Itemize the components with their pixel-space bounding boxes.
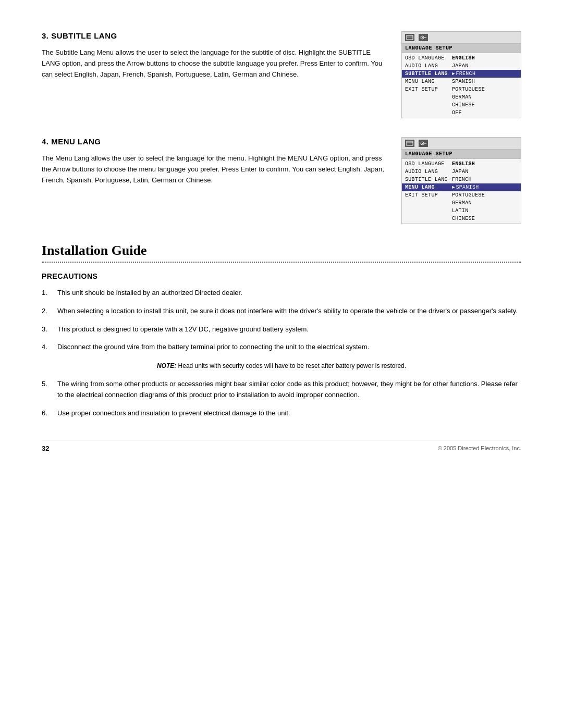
menu-row-exit-2: EXIT SETUP PORTUGUESE [402, 191, 521, 199]
subtitle-lang-menu-box: LANGUAGE SETUP OSD LANGUAGE ENGLISH AUDI… [401, 31, 521, 118]
menu-box-header-1 [402, 32, 521, 44]
menu-icon-4 [419, 140, 428, 147]
precaution-item-1: 1. This unit should be installed by an a… [42, 288, 521, 299]
menu-lang-menu-title: LANGUAGE SETUP [402, 150, 521, 159]
precaution-item-3: 3. This product is designed to operate w… [42, 324, 521, 335]
precaution-text-2: When selecting a location to install thi… [57, 306, 518, 317]
precaution-text-1: This unit should be installed by an auth… [57, 288, 242, 299]
svg-rect-0 [407, 35, 413, 40]
precaution-text-4: Disconnect the ground wire from the batt… [57, 342, 369, 353]
footer-copyright: © 2005 Directed Electronics, Inc. [438, 445, 521, 451]
menu-icon-3 [405, 140, 414, 147]
precaution-item-4: 4. Disconnect the ground wire from the b… [42, 342, 521, 353]
installation-title: Installation Guide [42, 243, 521, 263]
menu-row-chinese-1: CHINESE [402, 101, 521, 109]
subtitle-lang-section: 3. SUBTITLE LANG The Subtitle Lang Menu … [42, 31, 521, 118]
subtitle-lang-menu-body: OSD LANGUAGE ENGLISH AUDIO LANG JAPAN SU… [402, 53, 521, 118]
precaution-item-6: 6. Use proper connectors and insulation … [42, 408, 521, 419]
menu-row-chinese-2: CHINESE [402, 215, 521, 223]
precaution-num-1: 1. [42, 288, 52, 299]
precaution-item-2: 2. When selecting a location to install … [42, 306, 521, 317]
menu-row-menu-2: MENU LANG ► SPANISH [402, 183, 521, 191]
menu-row-off-1: OFF [402, 109, 521, 117]
precautions-title: PRECAUTIONS [42, 272, 521, 280]
menu-row-audio-2: AUDIO LANG JAPAN [402, 168, 521, 176]
menu-row-german-1: GERMAN [402, 93, 521, 101]
precaution-num-2: 2. [42, 306, 52, 317]
precaution-num-5: 5. [42, 379, 52, 401]
subtitle-lang-body: The Subtitle Lang Menu allows the user t… [42, 47, 386, 80]
note-block: NOTE: Head units with security codes wil… [42, 362, 521, 369]
subtitle-lang-title: 3. SUBTITLE LANG [42, 31, 386, 40]
menu-row-osd-2: OSD LANGUAGE ENGLISH [402, 160, 521, 168]
menu-lang-menu-box: LANGUAGE SETUP OSD LANGUAGE ENGLISH AUDI… [401, 137, 521, 224]
svg-point-8 [422, 143, 423, 144]
menu-lang-section: 4. MENU LANG The Menu Lang allows the us… [42, 137, 521, 224]
menu-row-audio-1: AUDIO LANG JAPAN [402, 62, 521, 70]
menu-row-subtitle-2: SUBTITLE LANG FRENCH [402, 176, 521, 183]
subtitle-lang-text: 3. SUBTITLE LANG The Subtitle Lang Menu … [42, 31, 386, 80]
installation-section: Installation Guide PRECAUTIONS 1. This u… [42, 243, 521, 419]
precaution-num-4: 4. [42, 342, 52, 353]
svg-point-3 [422, 37, 423, 38]
menu-lang-body: The Menu Lang allows the user to select … [42, 153, 386, 186]
page-number: 32 [42, 445, 49, 452]
footer: 32 © 2005 Directed Electronics, Inc. [42, 440, 521, 452]
menu-icon-2 [419, 34, 428, 41]
menu-row-subtitle-1: SUBTITLE LANG ► FRENCH [402, 70, 521, 78]
menu-row-menu-1: MENU LANG SPANISH [402, 78, 521, 85]
note-label: NOTE: Head units with security codes wil… [157, 362, 406, 369]
menu-box-header-2 [402, 138, 521, 150]
menu-row-german-2: GERMAN [402, 199, 521, 207]
menu-lang-title: 4. MENU LANG [42, 137, 386, 146]
menu-lang-text: 4. MENU LANG The Menu Lang allows the us… [42, 137, 386, 186]
precaution-text-6: Use proper connectors and insulation to … [57, 408, 290, 419]
menu-row-osd-1: OSD LANGUAGE ENGLISH [402, 54, 521, 62]
menu-row-latin-2: LATIN [402, 207, 521, 215]
precaution-num-6: 6. [42, 408, 52, 419]
menu-lang-menu-body: OSD LANGUAGE ENGLISH AUDIO LANG JAPAN SU… [402, 159, 521, 224]
precaution-text-5: The wiring from some other products or a… [57, 379, 521, 401]
precaution-item-5: 5. The wiring from some other products o… [42, 379, 521, 401]
subtitle-lang-menu-title: LANGUAGE SETUP [402, 44, 521, 53]
menu-icon-1 [405, 34, 414, 41]
precaution-text-3: This product is designed to operate with… [57, 324, 309, 335]
precaution-num-3: 3. [42, 324, 52, 335]
svg-rect-5 [407, 141, 413, 145]
menu-row-exit-1: EXIT SETUP PORTUGUESE [402, 85, 521, 93]
